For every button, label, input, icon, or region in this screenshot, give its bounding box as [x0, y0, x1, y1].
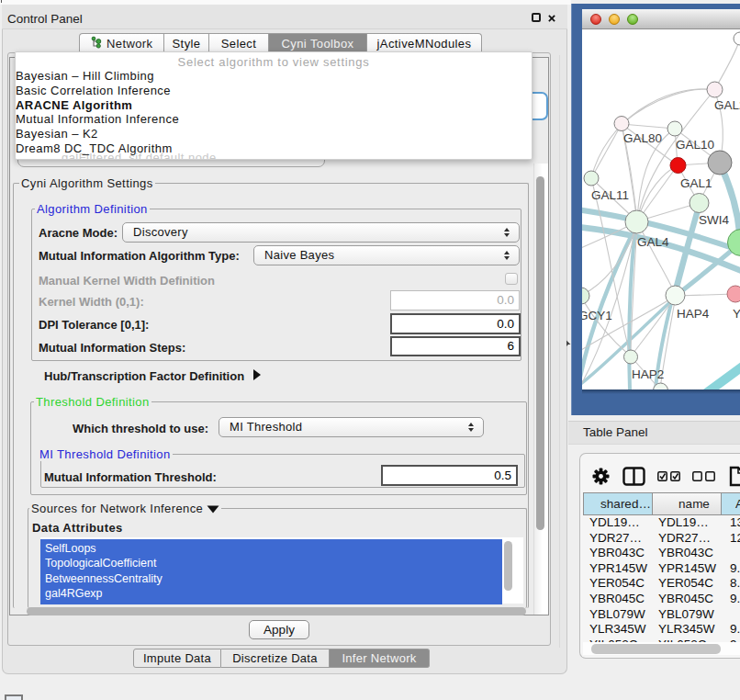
- svg-text:GAL10: GAL10: [676, 138, 714, 152]
- svg-text:GCY1: GCY1: [582, 309, 612, 322]
- svg-text:GAL80: GAL80: [623, 131, 662, 145]
- svg-text:HAP4: HAP4: [677, 307, 710, 321]
- svg-text:GAL2: GAL2: [714, 98, 740, 112]
- svg-text:Y: Y: [733, 307, 740, 321]
- svg-text:HAP2: HAP2: [632, 367, 664, 381]
- svg-text:SWI4: SWI4: [699, 213, 729, 227]
- svg-text:GAL11: GAL11: [591, 188, 629, 202]
- svg-text:GAL1: GAL1: [680, 176, 712, 190]
- svg-text:GAL4: GAL4: [637, 235, 669, 249]
